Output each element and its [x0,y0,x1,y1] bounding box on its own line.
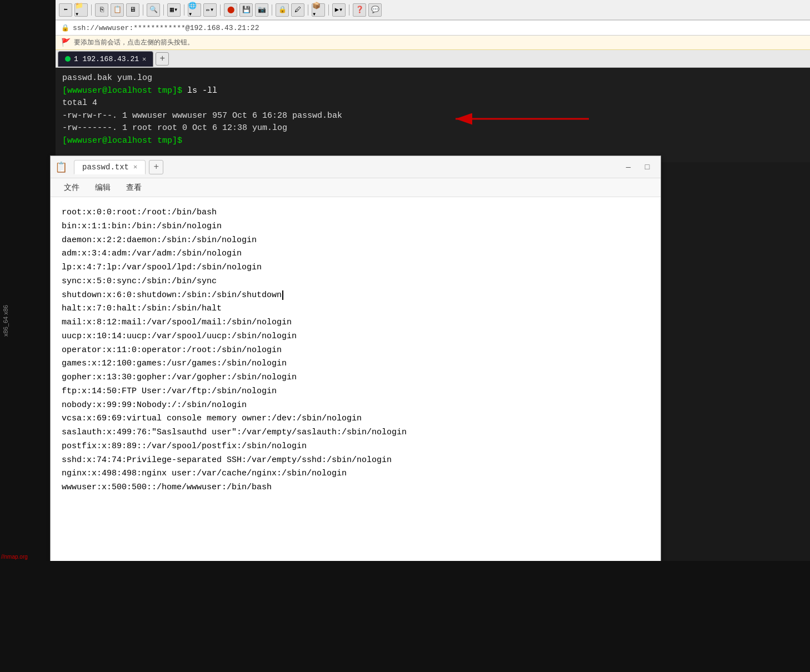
ssh-hint-bar: 🚩 要添加当前会话，点击左侧的箭头按钮。 [56,36,810,50]
toolbar-btn-box[interactable]: 📦▾ [312,3,325,17]
passwd-line-9: mail:x:8:12:mail:/var/spool/mail:/sbin/n… [62,316,649,330]
terminal-line-3: total 4 [62,97,803,110]
toolbar-btn-globe[interactable]: 🌐▾ [188,3,201,17]
toolbar-btn-back[interactable]: ⬅ [59,3,72,17]
left-label: x86_64 x86 [0,303,50,339]
notepad-tab[interactable]: passwd.txt ✕ [74,160,146,174]
ssh-address-text: ssh://wwwuser:************@192.168.43.21… [73,24,259,32]
add-tab-btn[interactable]: + [156,52,169,66]
passwd-line-12: games:x:12:100:games:/usr/games:/sbin/no… [62,357,649,371]
hint-flag-icon: 🚩 [61,38,71,47]
passwd-line-5: lp:x:4:7:lp:/var/spool/lpd:/sbin/nologin [62,261,649,275]
toolbar-btn-edit[interactable]: 🖊 [291,3,304,17]
toolbar-sep-5 [220,4,221,16]
tab-status-dot [65,56,71,62]
toolbar-sep-7 [308,4,308,16]
passwd-line-1: root:x:0:0:root:/root:/bin/bash [62,206,649,220]
toolbar-btn-play[interactable]: ▶▾ [332,3,346,17]
terminal-tab[interactable]: 1 192.168.43.21 ✕ [58,51,153,67]
passwd-line-7-text: shutdown:x:6:0:shutdown:/sbin:/sbin/shut… [62,290,282,300]
toolbar-btn-search[interactable]: 🔍 [147,3,160,17]
maximize-btn[interactable]: □ [638,159,656,175]
terminal-line-2: [wwwuser@localhost tmp]$ ls -ll [62,85,803,98]
toolbar-btn-camera[interactable]: 📷 [255,3,268,17]
terminal-line-5: -rw-------. 1 root root 0 Oct 6 12:38 yu… [62,122,803,135]
passwd-line-14: ftp:x:14:50:FTP User:/var/ftp:/sbin/nolo… [62,385,649,399]
menu-edit[interactable]: 编辑 [88,180,117,195]
notepad-titlebar: 📋 passwd.txt ✕ + — □ [51,156,661,178]
terminal-prompt-1: [wwwuser@localhost tmp]$ [62,86,182,96]
passwd-line-21: wwwuser:x:500:500::/home/wwwuser:/bin/ba… [62,481,649,495]
toolbar-sep-8 [328,4,329,16]
toolbar-sep-9 [349,4,349,16]
toolbar-btn-pen[interactable]: ✏▾ [203,3,217,17]
passwd-line-13: gopher:x:13:30:gopher:/var/gopher:/sbin/… [62,371,649,385]
menu-file[interactable]: 文件 [57,180,86,195]
toolbar-btn-folder[interactable]: 📁▾ [74,3,88,17]
passwd-line-19: sshd:x:74:74:Privilege-separated SSH:/va… [62,454,649,468]
toolbar-btn-terminal[interactable]: 🖥 [126,3,139,17]
terminal-cmd-1: ls -ll [187,86,217,96]
terminal-line-6: [wwwuser@localhost tmp]$ [62,135,803,148]
passwd-line-3: daemon:x:2:2:daemon:/sbin:/sbin/nologin [62,234,649,248]
passwd-line-2: bin:x:1:1:bin:/bin:/sbin/nologin [62,220,649,234]
toolbar-btn-green[interactable]: 💾 [239,3,253,17]
toolbar-sep-1 [91,4,92,16]
notepad-tab-title: passwd.txt [82,163,129,172]
passwd-line-20: nginx:x:498:498:nginx user:/var/cache/ng… [62,467,649,481]
notepad-menubar: 文件 编辑 查看 [51,178,661,197]
notepad-app-icon: 📋 [55,161,67,173]
notepad-window-controls: — □ [619,159,656,175]
passwd-line-17: saslauth:x:499:76:"Saslsauthd user":/var… [62,426,649,440]
terminal-tab-label: 1 192.168.43.21 [74,55,139,63]
ssh-address-bar: 🔒 ssh://wwwuser:************@192.168.43.… [56,20,810,36]
notepad-tab-close[interactable]: ✕ [133,163,137,171]
left-url: //nmap.org [0,553,50,561]
terminal-line-1: passwd.bak yum.log [62,72,803,85]
passwd-line-16: vcsa:x:69:69:virtual console memory owne… [62,412,649,426]
toolbar-btn-red[interactable]: ⬤ [224,3,237,17]
passwd-line-18: postfix:x:89:89::/var/spool/postfix:/sbi… [62,440,649,454]
terminal-line-4: -rw-rw-r--. 1 wwwuser wwwuser 957 Oct 6 … [62,110,803,123]
ssh-toolbar: ⬅ 📁▾ ⎘ 📋 🖥 🔍 ▦▾ 🌐▾ ✏▾ ⬤ 💾 📷 🔒 🖊 📦▾ ▶▾ ❓ … [56,0,810,20]
toolbar-sep-3 [163,4,164,16]
toolbar-btn-paste[interactable]: 📋 [111,3,124,17]
passwd-line-10: uucp:x:10:14:uucp:/var/spool/uucp:/sbin/… [62,330,649,344]
minimize-btn[interactable]: — [619,159,637,175]
ssh-client-window: ⬅ 📁▾ ⎘ 📋 🖥 🔍 ▦▾ 🌐▾ ✏▾ ⬤ 💾 📷 🔒 🖊 📦▾ ▶▾ ❓ … [56,0,810,162]
lock-icon: 🔒 [61,24,69,32]
notepad-add-tab[interactable]: + [149,160,163,174]
toolbar-sep-4 [184,4,184,16]
passwd-line-6: sync:x:5:0:sync:/sbin:/bin/sync [62,275,649,289]
toolbar-btn-copy[interactable]: ⎘ [95,3,108,17]
toolbar-sep-2 [143,4,143,16]
toolbar-btn-chat[interactable]: 💬 [368,3,382,17]
toolbar-btn-lock[interactable]: 🔒 [276,3,289,17]
text-cursor [282,290,283,300]
toolbar-btn-grid[interactable]: ▦▾ [167,3,181,17]
toolbar-sep-6 [272,4,272,16]
passwd-line-4: adm:x:3:4:adm:/var/adm:/sbin/nologin [62,247,649,261]
terminal-prompt-2: [wwwuser@localhost tmp]$ [62,136,182,146]
toolbar-btn-help[interactable]: ❓ [353,3,366,17]
passwd-line-15: nobody:x:99:99:Nobody:/:/sbin/nologin [62,399,649,413]
hint-text: 要添加当前会话，点击左侧的箭头按钮。 [74,38,194,47]
tab-bar: 1 192.168.43.21 ✕ + [56,50,810,68]
tab-close-btn[interactable]: ✕ [142,55,146,63]
bottom-bg [0,561,810,672]
menu-view[interactable]: 查看 [119,180,148,195]
passwd-line-11: operator:x:11:0:operator:/root:/sbin/nol… [62,344,649,358]
passwd-line-7: shutdown:x:6:0:shutdown:/sbin:/sbin/shut… [62,289,649,303]
passwd-line-8: halt:x:7:0:halt:/sbin:/sbin/halt [62,302,649,316]
terminal-content: passwd.bak yum.log [wwwuser@localhost tm… [56,68,810,162]
